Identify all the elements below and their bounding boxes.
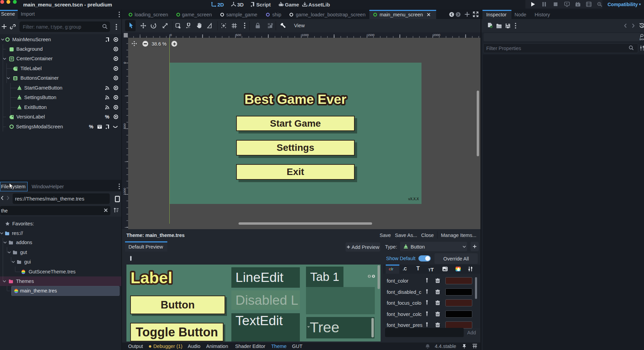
svg-text:Best Game Ever: Best Game Ever: [244, 92, 346, 107]
svg-text:DOC: DOC: [640, 38, 644, 41]
svg-text:Label: Label: [131, 269, 172, 287]
